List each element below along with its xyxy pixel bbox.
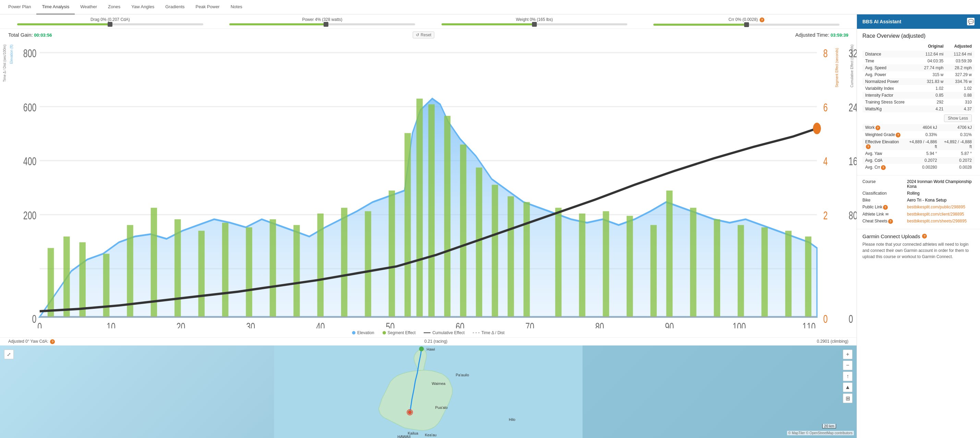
course-row: Course2024 Ironman World Championship Ko… xyxy=(862,178,975,190)
svg-text:600: 600 xyxy=(23,101,37,113)
svg-point-72 xyxy=(813,123,821,134)
stat-info-icon[interactable]: ? xyxy=(896,133,900,137)
email-icon[interactable]: ✉ xyxy=(885,212,888,216)
tab-gradients[interactable]: Gradients xyxy=(160,0,190,14)
terrain-button[interactable]: ▲ xyxy=(843,382,853,392)
course-label: Course xyxy=(862,179,907,189)
svg-text:20: 20 xyxy=(177,320,185,329)
stat-original: 4.21 xyxy=(916,105,946,112)
tab-peak-power[interactable]: Peak Power xyxy=(190,0,225,14)
svg-rect-28 xyxy=(198,231,205,317)
map-expand-button[interactable]: ⤢ xyxy=(4,350,14,359)
course-info-icon[interactable]: ? xyxy=(883,205,888,210)
show-less-button[interactable]: Show Less xyxy=(944,115,972,122)
weight-slider-track[interactable] xyxy=(442,23,627,25)
power-slider-group: Power 4% (328 watts) xyxy=(216,17,428,25)
tab-yaw-angles[interactable]: Yaw Angles xyxy=(126,0,160,14)
course-value: Aero Tri - Kona Setup xyxy=(907,198,947,202)
stat-original: 04:03:35 xyxy=(916,57,946,64)
cda-center: 0.21 (racing) xyxy=(424,339,447,344)
svg-rect-56 xyxy=(785,231,792,317)
main-layout: Drag 0% (0.207 CdA) Power 4% (328 watts)… xyxy=(0,14,980,438)
gain-row: Total Gain: 00:03:56 ↺ Reset Adjusted Ti… xyxy=(0,29,857,41)
course-row: BikeAero Tri - Kona Setup xyxy=(862,197,975,204)
table-row: Avg. Yaw5.94 °5.87 ° xyxy=(862,150,975,157)
layers-button[interactable]: ⊞ xyxy=(843,393,853,403)
svg-text:Pua'alo: Pua'alo xyxy=(435,405,448,409)
stat-original: +4,889 / -4,886 ft xyxy=(905,139,940,150)
stat-info-icon[interactable]: ? xyxy=(866,144,871,149)
stat-original: 112.64 mi xyxy=(916,51,946,57)
svg-text:4: 4 xyxy=(823,155,828,167)
course-link[interactable]: bestbikesplit.com/sheets/298895 xyxy=(907,219,967,224)
svg-text:30: 30 xyxy=(246,320,255,329)
zoom-in-button[interactable]: + xyxy=(843,350,853,359)
total-gain-label: Total Gain: xyxy=(8,32,33,38)
total-gain-value: 00:03:56 xyxy=(34,33,52,38)
drag-slider-track[interactable] xyxy=(17,23,203,25)
svg-text:HAWAII: HAWAII xyxy=(398,435,410,438)
map-area: Hawi Waimea Pa'auilo Pua'alo Hilo Kailua… xyxy=(0,346,857,438)
tab-notes[interactable]: Notes xyxy=(225,0,248,14)
adjusted-time-label: Adjusted Time: xyxy=(795,32,829,38)
crr-slider-thumb[interactable] xyxy=(744,22,749,27)
stat-info-icon[interactable]: ? xyxy=(881,165,886,170)
svg-text:Hilo: Hilo xyxy=(509,417,515,422)
course-link[interactable]: bestbikesplit.com/client/298895 xyxy=(907,212,964,217)
svg-text:400: 400 xyxy=(23,155,37,167)
svg-text:Waimea: Waimea xyxy=(432,381,446,385)
weight-slider-thumb[interactable] xyxy=(532,22,537,27)
svg-rect-49 xyxy=(627,216,633,317)
stat-info-icon[interactable]: ? xyxy=(875,126,880,130)
tab-zones[interactable]: Zones xyxy=(102,0,126,14)
compass-button[interactable]: ↑ xyxy=(843,371,853,381)
drag-slider-thumb[interactable] xyxy=(108,22,113,27)
crr-slider-track[interactable] xyxy=(653,24,839,26)
table-row: Training Stress Score292310 xyxy=(862,99,975,105)
power-slider-track[interactable] xyxy=(229,23,415,25)
svg-text:40: 40 xyxy=(316,320,325,329)
stat-original: 0.33% xyxy=(905,131,940,139)
svg-text:800: 800 xyxy=(23,47,37,60)
stat-original: 5.94 ° xyxy=(905,150,940,157)
stat-original: 292 xyxy=(916,99,946,105)
svg-text:100: 100 xyxy=(732,320,746,329)
tab-weather[interactable]: Weather xyxy=(75,0,102,14)
svg-rect-29 xyxy=(222,223,229,317)
stat-original: 321.83 w xyxy=(916,78,946,85)
table-row: Weighted Grade?0.33%0.31% xyxy=(862,131,975,139)
zoom-out-button[interactable]: − xyxy=(843,360,853,370)
elevation-axis-label: Elevation (ft) xyxy=(10,45,13,64)
power-slider-thumb[interactable] xyxy=(324,22,328,27)
stat-adjusted: 5.87 ° xyxy=(940,150,975,157)
stat-label: Distance xyxy=(862,51,916,57)
stat-adjusted: 0.31% xyxy=(940,131,975,139)
stat-adjusted: 327.29 w xyxy=(947,71,975,78)
reset-button[interactable]: ↺ Reset xyxy=(413,32,434,38)
svg-rect-50 xyxy=(650,225,657,317)
svg-rect-54 xyxy=(738,225,744,317)
garmin-info-icon[interactable]: ? xyxy=(922,234,927,239)
map-placeholder: Hawi Waimea Pa'auilo Pua'alo Hilo Kailua… xyxy=(0,346,857,438)
legend-elevation: Elevation xyxy=(352,330,374,335)
course-label: Cheat Sheets? xyxy=(862,219,907,224)
adjusted-time: Adjusted Time: 03:59:39 xyxy=(795,32,848,38)
bbs-chat-icon[interactable]: 💬 xyxy=(967,18,975,25)
course-link[interactable]: bestbikesplit.com/public/298895 xyxy=(907,205,965,210)
svg-rect-30 xyxy=(246,227,252,317)
table-row: Work?4604 kJ4706 kJ xyxy=(862,124,975,131)
drag-slider-group: Drag 0% (0.207 CdA) xyxy=(4,17,216,25)
stat-original: 1.02 xyxy=(916,85,946,92)
table-row: Normalized Power321.83 w334.76 w xyxy=(862,78,975,85)
stat-label: Avg. Power xyxy=(862,71,916,78)
elevation-legend-dot xyxy=(352,331,355,334)
crr-info-icon[interactable]: ? xyxy=(760,18,764,22)
adjusted-time-value: 03:59:39 xyxy=(830,33,848,38)
tab-time-analysis[interactable]: Time Analysis xyxy=(37,0,75,14)
tab-power-plan[interactable]: Power Plan xyxy=(3,0,37,14)
course-row: Public Link?bestbikesplit.com/public/298… xyxy=(862,204,975,211)
course-info-icon[interactable]: ? xyxy=(888,219,893,224)
svg-text:0: 0 xyxy=(32,312,37,325)
cda-info-icon[interactable]: ? xyxy=(50,339,55,344)
svg-rect-34 xyxy=(341,208,348,317)
